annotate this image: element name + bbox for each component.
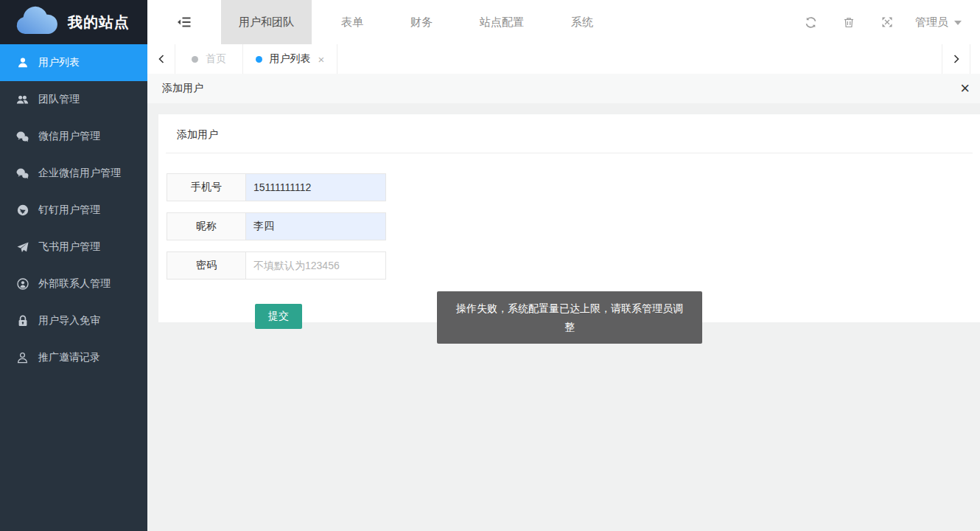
nickname-label: 昵称 [167, 212, 246, 240]
paper-plane-icon [16, 241, 29, 254]
nav-item-site-config[interactable]: 站点配置 [462, 0, 542, 44]
sidebar-item-user-import[interactable]: 用户导入免审 [0, 302, 147, 339]
trash-icon[interactable] [830, 16, 868, 29]
sidebar-item-label: 飞书用户管理 [38, 240, 100, 254]
sidebar-item-label: 用户列表 [38, 56, 80, 69]
tab-scroll-left-icon[interactable] [147, 44, 175, 74]
lock-icon [16, 315, 29, 327]
tab-scroll-right-icon[interactable] [942, 44, 970, 74]
tab-label: 首页 [206, 52, 226, 66]
refresh-icon[interactable] [791, 16, 830, 29]
panel-title: 添加用户 [162, 82, 203, 95]
password-label: 密码 [167, 251, 246, 280]
sidebar-item-user-list[interactable]: 用户列表 [0, 44, 147, 81]
form-row-password: 密码 [167, 251, 980, 280]
top-nav: 用户和团队 表单 财务 站点配置 系统 [221, 0, 611, 44]
user-menu-label: 管理员 [915, 15, 948, 30]
sidebar-item-dingtalk-users[interactable]: 钉钉用户管理 [0, 192, 147, 229]
sidebar-item-label: 微信用户管理 [38, 130, 100, 143]
fullscreen-icon[interactable] [868, 16, 906, 28]
sidebar: 用户列表 团队管理 微信用户管理 企业微信用户管理 钉钉用户管理 [0, 44, 147, 531]
sidebar-item-label: 外部联系人管理 [38, 277, 111, 291]
top-header: 用户和团队 表单 财务 站点配置 系统 [147, 0, 980, 44]
sidebar-collapse-icon[interactable] [147, 0, 221, 44]
contact-icon [16, 278, 29, 291]
user-menu[interactable]: 管理员 [915, 15, 962, 30]
tab-user-list[interactable]: 用户列表 × [243, 44, 337, 74]
sidebar-item-team-management[interactable]: 团队管理 [0, 81, 147, 118]
phone-label: 手机号 [167, 173, 246, 201]
sidebar-item-label: 企业微信用户管理 [38, 167, 121, 180]
tab-label: 用户列表 [270, 52, 311, 66]
sidebar-item-label: 钉钉用户管理 [38, 204, 100, 217]
form-row-nickname: 昵称 [167, 212, 980, 240]
user-outline-icon [16, 352, 29, 364]
password-input[interactable] [245, 251, 386, 280]
header-actions: 管理员 [791, 0, 980, 44]
phone-input[interactable] [245, 173, 386, 201]
sidebar-item-wecom-users[interactable]: 企业微信用户管理 [0, 155, 147, 192]
nav-item-forms[interactable]: 表单 [323, 0, 381, 44]
close-icon[interactable]: × [960, 80, 970, 97]
sidebar-item-invite-records[interactable]: 推广邀请记录 [0, 339, 147, 376]
sidebar-item-feishu-users[interactable]: 飞书用户管理 [0, 229, 147, 266]
tab-close-icon[interactable]: × [318, 54, 325, 65]
sidebar-item-external-contacts[interactable]: 外部联系人管理 [0, 266, 147, 302]
submit-button[interactable]: 提交 [255, 304, 302, 329]
nav-item-system[interactable]: 系统 [553, 0, 611, 44]
error-toast: 操作失败，系统配置量已达上限，请联系管理员调整 [437, 291, 702, 344]
nav-item-finance[interactable]: 财务 [393, 0, 450, 44]
cloud-logo-icon [15, 6, 59, 38]
tab-home[interactable]: 首页 [175, 44, 243, 74]
tab-bar: 首页 用户列表 × [147, 44, 980, 74]
nav-item-users-teams[interactable]: 用户和团队 [221, 0, 312, 44]
user-icon [16, 57, 29, 69]
dingtalk-icon [16, 204, 29, 217]
form-row-phone: 手机号 [167, 173, 980, 201]
sidebar-item-label: 用户导入免审 [38, 314, 100, 327]
chevron-down-icon [954, 21, 962, 25]
sidebar-item-wechat-users[interactable]: 微信用户管理 [0, 118, 147, 155]
tab-menu-chevron-icon[interactable] [970, 44, 980, 74]
tab-dot-icon [256, 56, 262, 63]
site-logo: 我的站点 [0, 0, 147, 44]
wecom-icon [16, 167, 29, 180]
app-window: 我的站点 用户列表 团队管理 微信用户管理 企业微信用户管理 [0, 0, 980, 531]
site-name: 我的站点 [68, 13, 130, 32]
nickname-input[interactable] [245, 212, 386, 240]
form-title: 添加用户 [158, 114, 980, 142]
users-icon [16, 94, 29, 106]
sidebar-item-label: 推广邀请记录 [38, 351, 100, 364]
wechat-icon [16, 131, 29, 143]
tab-dot-icon [192, 56, 198, 63]
panel-header: 添加用户 × [147, 74, 980, 103]
sidebar-item-label: 团队管理 [38, 93, 80, 106]
